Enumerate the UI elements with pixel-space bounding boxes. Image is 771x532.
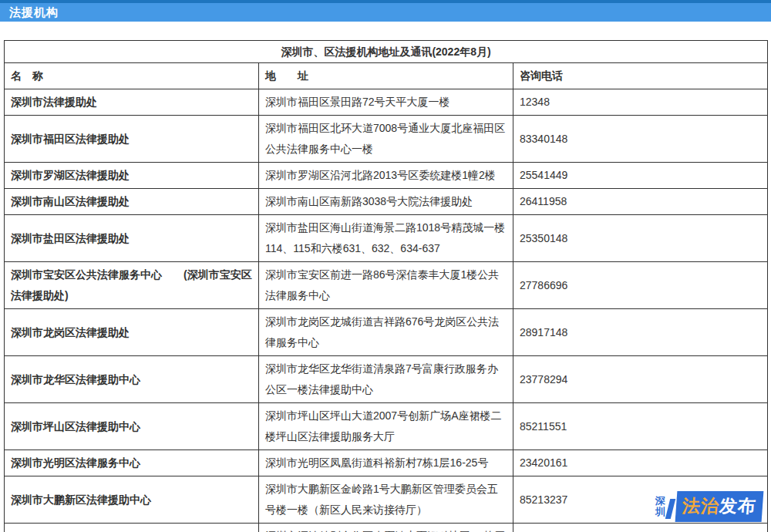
table-row: 深圳市南山区法律援助处深圳市南山区南新路3038号大院法律援助处26411958 — [5, 189, 768, 215]
table-row: 深圳市罗湖区法律援助处深圳市罗湖区沿河北路2013号区委统建楼1幢2楼25541… — [5, 163, 768, 189]
phone-cell: 27786696 — [513, 262, 768, 309]
address-cell: 深圳市深汕特别合作区赤石镇大百汇科技园A4栋四楼 — [259, 524, 513, 532]
table-body: 深圳市法律援助处深圳市福田区景田路72号天平大厦一楼12348深圳市福田区法律援… — [5, 89, 768, 532]
column-header-name: 名 称 — [5, 63, 259, 89]
table-row: 深圳市龙华区法律援助中心深圳市龙华区龙华街道清泉路7号富康行政服务办公区一楼法律… — [5, 356, 768, 403]
org-name-cell: 深圳市龙华区法律援助中心 — [5, 356, 259, 403]
table-row: 深圳市法律援助处深圳市福田区景田路72号天平大厦一楼12348 — [5, 89, 768, 116]
legal-aid-contact-table: 深圳市、区法援机构地址及通讯(2022年8月) 名 称 地 址 咨询电话 深圳市… — [4, 40, 768, 532]
org-name-cell: 深圳市宝安区公共法律服务中心 (深圳市宝安区法律援助处) — [5, 262, 259, 309]
address-cell: 深圳市盐田区海山街道海景二路1018号精茂城一楼114、115和六楼631、63… — [259, 215, 513, 262]
phone-cell: 23420161 — [513, 450, 768, 476]
section-header-bar: 法援机构 — [0, 0, 771, 22]
address-cell: 深圳市福田区北环大道7008号通业大厦北座福田区公共法律服务中心一楼 — [259, 116, 513, 163]
table-row: 深圳市坪山区法律援助中心深圳市坪山区坪山大道2007号创新广场A座裙楼二楼坪山区… — [5, 403, 768, 450]
table-row: 深圳市宝安区公共法律服务中心 (深圳市宝安区法律援助处)深圳市宝安区前进一路86… — [5, 262, 768, 309]
table-title-row: 深圳市、区法援机构地址及通讯(2022年8月) — [5, 41, 768, 63]
logo-highlight-text: 法治 — [682, 496, 720, 516]
column-header-phone: 咨询电话 — [513, 63, 768, 89]
phone-cell: 26411958 — [513, 189, 768, 215]
column-header-address: 地 址 — [259, 63, 513, 89]
org-name-cell: 深圳市光明区法律服务中心 — [5, 450, 259, 476]
org-name-cell: 深圳市罗湖区法律援助处 — [5, 163, 259, 189]
table-row: 深圳市福田区法律援助处深圳市福田区北环大道7008号通业大厦北座福田区公共法律服… — [5, 116, 768, 163]
address-cell: 深圳市罗湖区沿河北路2013号区委统建楼1幢2楼 — [259, 163, 513, 189]
address-cell: 深圳市福田区景田路72号天平大厦一楼 — [259, 89, 513, 116]
address-cell: 深圳市龙华区龙华街道清泉路7号富康行政服务办公区一楼法律援助中心 — [259, 356, 513, 403]
phone-cell: 23778294 — [513, 356, 768, 403]
phone-cell: 25541449 — [513, 163, 768, 189]
table-row: 深圳市盐田区法律援助处深圳市盐田区海山街道海景二路1018号精茂城一楼114、1… — [5, 215, 768, 262]
column-header-row: 名 称 地 址 咨询电话 — [5, 63, 768, 89]
org-name-cell: 深圳市南山区法律援助处 — [5, 189, 259, 215]
org-name-cell: 深圳市坪山区法律援助中心 — [5, 403, 259, 450]
logo-box: 法治发布 — [675, 491, 764, 522]
org-name-cell: 深圳市大鹏新区法律援助中心 — [5, 476, 259, 524]
address-cell: 深圳市南山区南新路3038号大院法律援助处 — [259, 189, 513, 215]
table-title: 深圳市、区法援机构地址及通讯(2022年8月) — [5, 41, 768, 63]
phone-cell: 12348 — [513, 89, 768, 116]
logo-wedge-shape — [665, 499, 675, 519]
table-row: 深圳市光明区法律服务中心深圳市光明区凤凰街道科裕新村7栋1层16-25号2342… — [5, 450, 768, 476]
shenzhen-fazhi-fabu-logo: 深圳 法治发布 — [653, 490, 764, 523]
phone-cell: 28917148 — [513, 309, 768, 356]
logo-city-text: 深圳 — [655, 496, 666, 517]
phone-cell: 83340148 — [513, 116, 768, 163]
address-cell: 深圳市龙岗区龙城街道吉祥路676号龙岗区公共法律服务中心 — [259, 309, 513, 356]
org-name-cell: 深圳市福田区法律援助处 — [5, 116, 259, 163]
table-row: 深圳市深汕特别合作区法律援助中心深圳市深汕特别合作区赤石镇大百汇科技园A4栋四楼… — [5, 524, 768, 532]
phone-cell: 22100504 — [513, 524, 768, 532]
org-name-cell: 深圳市盐田区法律援助处 — [5, 215, 259, 262]
org-name-cell: 深圳市龙岗区法律援助处 — [5, 309, 259, 356]
address-cell: 深圳市大鹏新区金岭路1号大鹏新区管理委员会五号楼一楼（新区人民来访接待厅） — [259, 476, 513, 524]
table-row: 深圳市龙岗区法律援助处深圳市龙岗区龙城街道吉祥路676号龙岗区公共法律服务中心2… — [5, 309, 768, 356]
org-name-cell: 深圳市法律援助处 — [5, 89, 259, 116]
address-cell: 深圳市光明区凤凰街道科裕新村7栋1层16-25号 — [259, 450, 513, 476]
org-name-cell: 深圳市深汕特别合作区法律援助中心 — [5, 524, 259, 532]
address-cell: 深圳市坪山区坪山大道2007号创新广场A座裙楼二楼坪山区法律援助服务大厅 — [259, 403, 513, 450]
address-cell: 深圳市宝安区前进一路86号深信泰丰大厦1楼公共法律服务中心 — [259, 262, 513, 309]
phone-cell: 25350148 — [513, 215, 768, 262]
phone-cell: 85211551 — [513, 403, 768, 450]
logo-rest-text: 发布 — [719, 496, 757, 516]
page-title: 法援机构 — [9, 5, 59, 20]
